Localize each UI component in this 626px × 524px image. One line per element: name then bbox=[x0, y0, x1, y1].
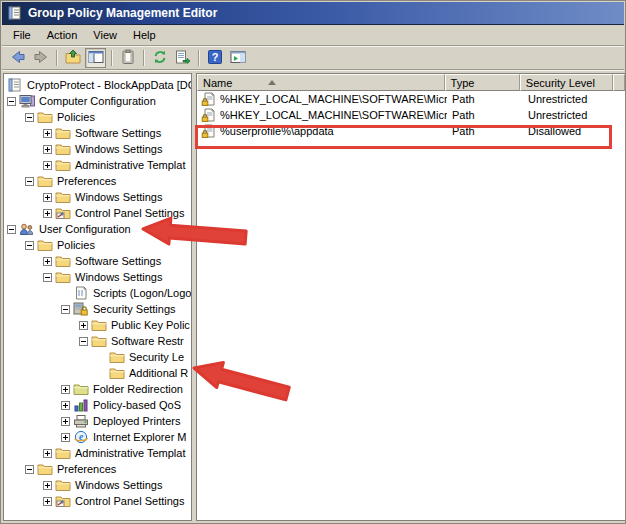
tree-item-label: Windows Settings bbox=[73, 479, 162, 491]
expand-plus-icon[interactable] bbox=[43, 161, 52, 170]
tree-item-software-restr[interactable]: Software Restr bbox=[4, 333, 191, 349]
column-header-security-level[interactable]: Security Level bbox=[520, 74, 613, 91]
expand-plus-icon[interactable] bbox=[43, 257, 52, 266]
rule-row-hkey-local-machine-software-micr[interactable]: %HKEY_LOCAL_MACHINE\SOFTWARE\Micr...Path… bbox=[197, 91, 625, 107]
tree-item-security-settings[interactable]: Security Settings bbox=[4, 301, 191, 317]
folder-icon bbox=[55, 158, 71, 172]
expand-plus-icon[interactable] bbox=[61, 401, 70, 410]
expand-plus-icon[interactable] bbox=[61, 417, 70, 426]
tree-item-administrative-templat[interactable]: Administrative Templat bbox=[4, 157, 191, 173]
user-icon bbox=[19, 222, 35, 236]
expand-plus-icon[interactable] bbox=[43, 497, 52, 506]
folder-icon bbox=[91, 318, 107, 332]
folder-icon bbox=[55, 446, 71, 460]
folder-icon bbox=[37, 174, 53, 188]
tree-item-public-key-polic[interactable]: Public Key Polic bbox=[4, 317, 191, 333]
collapse-minus-icon[interactable] bbox=[25, 113, 34, 122]
rule-name: %HKEY_LOCAL_MACHINE\SOFTWARE\Micr... bbox=[220, 109, 447, 121]
tree-item-administrative-templat[interactable]: Administrative Templat bbox=[4, 445, 191, 461]
console-tree[interactable]: CryptoProtect - BlockAppData [DCComputer… bbox=[3, 73, 192, 521]
folder-green-icon bbox=[73, 382, 89, 396]
tree-item-policies[interactable]: Policies bbox=[4, 237, 191, 253]
expand-plus-icon[interactable] bbox=[43, 129, 52, 138]
tree-item-preferences[interactable]: Preferences bbox=[4, 461, 191, 477]
menu-help[interactable]: Help bbox=[125, 26, 164, 44]
collapse-minus-icon[interactable] bbox=[61, 305, 70, 314]
rule-row-userprofile-appdata[interactable]: %userprofile%\appdataPathDisallowed bbox=[197, 123, 625, 139]
results-pane[interactable]: NameTypeSecurity Level %HKEY_LOCAL_MACHI… bbox=[196, 73, 625, 521]
collapse-minus-icon[interactable] bbox=[7, 225, 16, 234]
list-header: NameTypeSecurity Level bbox=[197, 74, 625, 91]
properties-button[interactable] bbox=[117, 48, 138, 68]
folder-icon bbox=[91, 334, 107, 348]
collapse-minus-icon[interactable] bbox=[25, 241, 34, 250]
tree-item-software-settings[interactable]: Software Settings bbox=[4, 253, 191, 269]
tree-item-control-panel-settings[interactable]: Control Panel Settings bbox=[4, 493, 191, 509]
collapse-minus-icon[interactable] bbox=[43, 273, 52, 282]
tree-item-label: Windows Settings bbox=[73, 191, 162, 203]
refresh-button[interactable] bbox=[149, 48, 170, 68]
collapse-minus-icon[interactable] bbox=[25, 465, 34, 474]
expand-plus-icon[interactable] bbox=[43, 145, 52, 154]
collapse-minus-icon[interactable] bbox=[7, 97, 16, 106]
tree-item-deployed-printers[interactable]: Deployed Printers bbox=[4, 413, 191, 429]
expand-plus-icon[interactable] bbox=[79, 321, 88, 330]
column-header-stub[interactable] bbox=[613, 74, 625, 91]
forward-button[interactable] bbox=[30, 48, 51, 68]
help-button[interactable]: ? bbox=[204, 48, 225, 68]
tree-item-software-settings[interactable]: Software Settings bbox=[4, 125, 191, 141]
tree-item-cryptoprotect-blockappdata-dc[interactable]: CryptoProtect - BlockAppData [DC bbox=[4, 77, 191, 93]
expand-plus-icon[interactable] bbox=[61, 385, 70, 394]
tree-item-control-panel-settings[interactable]: Control Panel Settings bbox=[4, 205, 191, 221]
tree-item-windows-settings[interactable]: Windows Settings bbox=[4, 189, 191, 205]
back-button[interactable] bbox=[7, 48, 28, 68]
tree-item-label: Software Settings bbox=[73, 127, 161, 139]
tree-item-scripts-logon-logo[interactable]: Scripts (Logon/Logo bbox=[4, 285, 191, 301]
tree-item-internet-explorer-m[interactable]: eInternet Explorer M bbox=[4, 429, 191, 445]
tree-item-policy-based-qos[interactable]: Policy-based QoS bbox=[4, 397, 191, 413]
expander-spacer bbox=[97, 373, 109, 374]
column-header-type[interactable]: Type bbox=[445, 74, 520, 91]
menu-file[interactable]: File bbox=[5, 26, 39, 44]
security-icon bbox=[73, 302, 89, 316]
scripts-icon bbox=[73, 286, 89, 300]
tree-item-preferences[interactable]: Preferences bbox=[4, 173, 191, 189]
export-list-button[interactable] bbox=[172, 48, 193, 68]
tree-item-label: CryptoProtect - BlockAppData [DC bbox=[25, 79, 192, 91]
tree-item-label: Windows Settings bbox=[73, 143, 162, 155]
expand-plus-icon[interactable] bbox=[43, 209, 52, 218]
expand-plus-icon[interactable] bbox=[43, 481, 52, 490]
folder-icon bbox=[55, 126, 71, 140]
column-header-name[interactable]: Name bbox=[197, 74, 445, 91]
menu-bar: FileActionViewHelp bbox=[2, 25, 624, 46]
folder-icon bbox=[55, 478, 71, 492]
tree-item-computer-configuration[interactable]: Computer Configuration bbox=[4, 93, 191, 109]
tree-item-additional-r[interactable]: Additional R bbox=[4, 365, 191, 381]
console-tree-icon bbox=[88, 49, 104, 68]
rule-row-hkey-local-machine-software-micr[interactable]: %HKEY_LOCAL_MACHINE\SOFTWARE\Micr...Path… bbox=[197, 107, 625, 123]
tree-item-folder-redirection[interactable]: Folder Redirection bbox=[4, 381, 191, 397]
expand-plus-icon[interactable] bbox=[61, 433, 70, 442]
help-icon: ? bbox=[207, 49, 223, 68]
rule-name: %userprofile%\appdata bbox=[220, 125, 334, 137]
tree-item-policies[interactable]: Policies bbox=[4, 109, 191, 125]
menu-view[interactable]: View bbox=[85, 26, 125, 44]
expander-spacer bbox=[61, 293, 73, 294]
show-action-pane-button[interactable] bbox=[227, 48, 248, 68]
expand-plus-icon[interactable] bbox=[43, 449, 52, 458]
toolbar: ? bbox=[2, 47, 624, 70]
toolbar-separator bbox=[56, 50, 57, 66]
tree-item-windows-settings[interactable]: Windows Settings bbox=[4, 269, 191, 285]
tree-item-user-configuration[interactable]: User Configuration bbox=[4, 221, 191, 237]
tree-item-security-le[interactable]: Security Le bbox=[4, 349, 191, 365]
folder-icon bbox=[37, 462, 53, 476]
folder-icon bbox=[55, 254, 71, 268]
up-one-level-button[interactable] bbox=[62, 48, 83, 68]
collapse-minus-icon[interactable] bbox=[25, 177, 34, 186]
collapse-minus-icon[interactable] bbox=[79, 337, 88, 346]
show-console-tree-button[interactable] bbox=[85, 48, 106, 68]
menu-action[interactable]: Action bbox=[39, 26, 86, 44]
tree-item-windows-settings[interactable]: Windows Settings bbox=[4, 141, 191, 157]
expand-plus-icon[interactable] bbox=[43, 193, 52, 202]
tree-item-windows-settings[interactable]: Windows Settings bbox=[4, 477, 191, 493]
